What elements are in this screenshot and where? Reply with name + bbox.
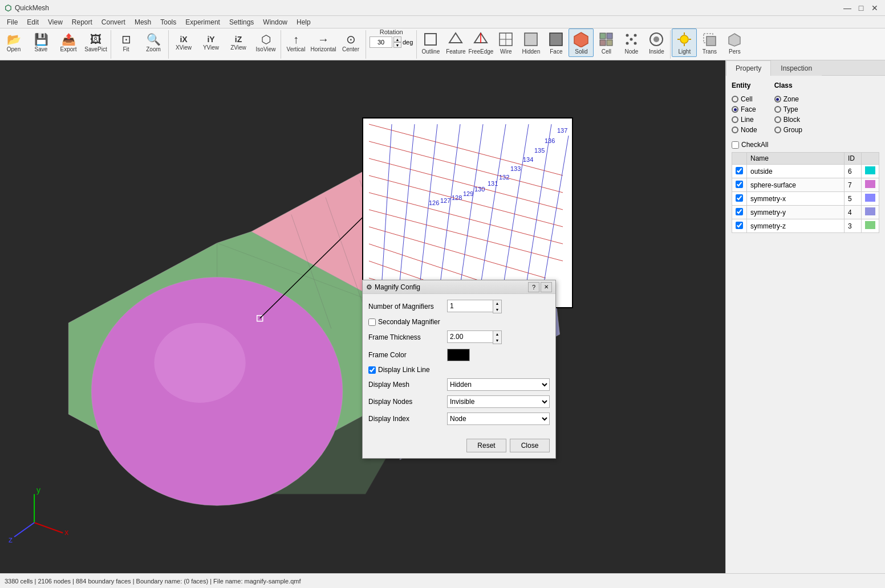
row-check-outside[interactable] [736, 167, 743, 174]
pers-button[interactable]: Pers [722, 28, 747, 57]
row-check-sphere[interactable] [736, 181, 743, 188]
light-button[interactable]: Light [672, 28, 697, 57]
menu-tools[interactable]: Tools [156, 17, 181, 27]
svg-point-16 [626, 42, 629, 44]
row-check-symy[interactable] [736, 208, 743, 215]
cell-button[interactable]: Cell [594, 28, 619, 57]
class-block-radio[interactable] [774, 116, 781, 123]
viewport[interactable]: y x z [0, 60, 725, 573]
menu-experiment[interactable]: Experiment [181, 17, 225, 27]
num-magnifiers-input[interactable] [447, 300, 493, 312]
node-button[interactable]: Node [619, 28, 644, 57]
row-color-sphere[interactable] [865, 180, 875, 188]
row-color-symy[interactable] [865, 207, 875, 215]
wire-button[interactable]: Wire [493, 28, 518, 57]
zoom-button[interactable]: 🔍 Zoom [140, 28, 167, 57]
minimize-button[interactable]: — [842, 2, 853, 14]
entity-face[interactable]: Face [732, 105, 757, 113]
num-magnifiers-spinbox: ▲ ▼ [447, 300, 502, 313]
save-button[interactable]: 💾 Save [27, 28, 55, 57]
yview-button[interactable]: iY YView [197, 28, 225, 57]
save-icon: 💾 [34, 34, 48, 45]
row-color-symz[interactable] [865, 221, 875, 229]
class-block[interactable]: Block [774, 116, 802, 124]
num-magnifiers-down[interactable]: ▼ [493, 307, 501, 313]
vertical-button[interactable]: ↑ Vertical [282, 28, 310, 57]
tab-property[interactable]: Property [726, 60, 771, 76]
center-button[interactable]: ⊙ Center [337, 28, 364, 57]
savepict-button[interactable]: 🖼 SavePict [82, 28, 109, 57]
menu-convert[interactable]: Convert [97, 17, 130, 27]
frame-thickness-up[interactable]: ▲ [493, 331, 501, 337]
display-link-checkbox[interactable] [368, 366, 376, 374]
entity-face-radio[interactable] [732, 106, 738, 113]
entity-node[interactable]: Node [732, 126, 757, 134]
entity-line[interactable]: Line [732, 116, 757, 124]
close-button[interactable]: Close [510, 439, 550, 452]
frame-color-swatch[interactable] [447, 349, 470, 361]
menu-help[interactable]: Help [292, 17, 315, 27]
face-button[interactable]: Face [543, 28, 569, 57]
frame-thickness-input[interactable] [447, 330, 493, 343]
fit-button[interactable]: ⊡ Fit [112, 28, 140, 57]
class-group-radio[interactable] [774, 126, 781, 133]
tab-inspection[interactable]: Inspection [771, 60, 822, 76]
trans-button[interactable]: Trans [697, 28, 722, 57]
dialog-close-button[interactable]: ✕ [541, 282, 552, 292]
display-nodes-select[interactable]: Invisible Visible [447, 395, 550, 408]
num-magnifiers-up[interactable]: ▲ [493, 300, 501, 307]
check-all-checkbox[interactable] [732, 141, 739, 149]
xview-button[interactable]: iX XView [170, 28, 197, 57]
rotation-spin-down[interactable]: ▼ [393, 42, 401, 48]
entity-cell-radio[interactable] [732, 96, 738, 103]
class-group[interactable]: Group [774, 126, 802, 134]
row-color-symx[interactable] [865, 194, 875, 202]
row-check-symx[interactable] [736, 194, 743, 202]
isoview-button[interactable]: ⬡ IsoView [252, 28, 279, 57]
menu-mesh[interactable]: Mesh [130, 17, 156, 27]
center-icon: ⊙ [346, 34, 356, 45]
close-button[interactable]: ✕ [869, 2, 880, 14]
panel-content: Entity Cell Face Line [726, 76, 885, 573]
yview-label: YView [203, 44, 219, 51]
entity-cell[interactable]: Cell [732, 95, 757, 103]
horizontal-button[interactable]: → Horizontal [310, 28, 337, 57]
entity-line-radio[interactable] [732, 116, 738, 123]
class-zone[interactable]: Zone [774, 95, 802, 103]
rotation-spin-up[interactable]: ▲ [393, 36, 401, 42]
class-zone-radio[interactable] [774, 96, 781, 103]
menu-report[interactable]: Report [67, 17, 97, 27]
node-label: Node [624, 48, 638, 55]
row-color-outside[interactable] [865, 166, 875, 174]
freeedge-button[interactable]: FreeEdge [468, 28, 493, 57]
table-row: symmetry-z 3 [732, 219, 879, 233]
frame-thickness-down[interactable]: ▼ [493, 337, 501, 344]
export-button[interactable]: 📤 Export [55, 28, 82, 57]
feature-button[interactable]: Feature [443, 28, 468, 57]
secondary-magnifier-label: Secondaly Magnifier [378, 318, 440, 326]
reset-button[interactable]: Reset [466, 439, 506, 452]
rotation-input[interactable] [370, 36, 392, 48]
solid-button[interactable]: Solid [569, 28, 594, 57]
class-type-radio[interactable] [774, 106, 781, 113]
col-name: Name [747, 153, 845, 165]
outline-button[interactable]: Outline [418, 28, 443, 57]
hidden-button[interactable]: Hidden [518, 28, 543, 57]
class-type[interactable]: Type [774, 105, 802, 113]
menu-edit[interactable]: Edit [22, 17, 43, 27]
menu-settings[interactable]: Settings [225, 17, 258, 27]
zview-button[interactable]: iZ ZView [225, 28, 252, 57]
maximize-button[interactable]: □ [855, 2, 867, 14]
display-mesh-select[interactable]: Hidden Wire None [447, 378, 550, 391]
open-button[interactable]: 📂 Open [0, 28, 27, 57]
entity-node-radio[interactable] [732, 126, 738, 133]
svg-rect-7 [525, 33, 537, 46]
menu-view[interactable]: View [43, 17, 67, 27]
menu-file[interactable]: File [2, 17, 22, 27]
secondary-magnifier-checkbox[interactable] [368, 318, 376, 326]
inside-button[interactable]: Inside [644, 28, 669, 57]
dialog-help-button[interactable]: ? [528, 282, 539, 292]
row-check-symz[interactable] [736, 222, 743, 229]
menu-window[interactable]: Window [258, 17, 292, 27]
display-index-select[interactable]: Node Cell None [447, 413, 550, 425]
